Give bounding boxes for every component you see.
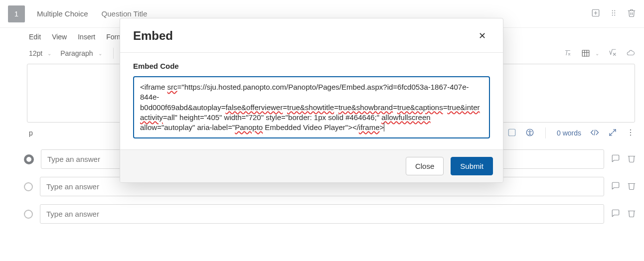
modal-footer: Close Submit <box>120 149 503 182</box>
code-text: true&showtitle <box>287 103 334 112</box>
close-button[interactable]: Close <box>406 157 444 175</box>
code-text: Embedded Video Player"></ <box>263 123 359 131</box>
text-caret <box>384 123 384 131</box>
modal-overlay: Embed ✕ Embed Code <iframe src="https://… <box>0 0 644 261</box>
code-text: = <box>393 103 397 112</box>
close-icon[interactable]: ✕ <box>475 28 490 43</box>
code-text: > <box>380 123 384 131</box>
embed-modal: Embed ✕ Embed Code <iframe src="https://… <box>120 18 503 183</box>
embed-code-label: Embed Code <box>133 62 490 70</box>
code-text: true&showbrand <box>338 103 393 112</box>
submit-button[interactable]: Submit <box>451 157 493 175</box>
code-text: true&captions <box>397 103 443 112</box>
code-text: = <box>283 103 287 112</box>
code-text: iframe <box>359 123 380 131</box>
modal-title: Embed <box>133 29 173 43</box>
code-text: allow="autoplay" aria-label=" <box>140 123 235 131</box>
code-text: src <box>167 83 177 91</box>
modal-header: Embed ✕ <box>120 18 503 52</box>
code-text: = <box>334 103 338 112</box>
code-text: false&offerviewer <box>225 103 283 112</box>
code-text: <iframe <box>140 83 167 91</box>
modal-body: Embed Code <iframe src="https://sju.host… <box>120 53 503 149</box>
embed-code-textarea[interactable]: <iframe src="https://sju.hosted.panopto.… <box>133 76 490 138</box>
code-text: =all" height="405" width="720" style="bo… <box>163 113 381 122</box>
code-text: Panopto <box>235 123 263 131</box>
code-text: allowfullscreen <box>381 113 430 122</box>
